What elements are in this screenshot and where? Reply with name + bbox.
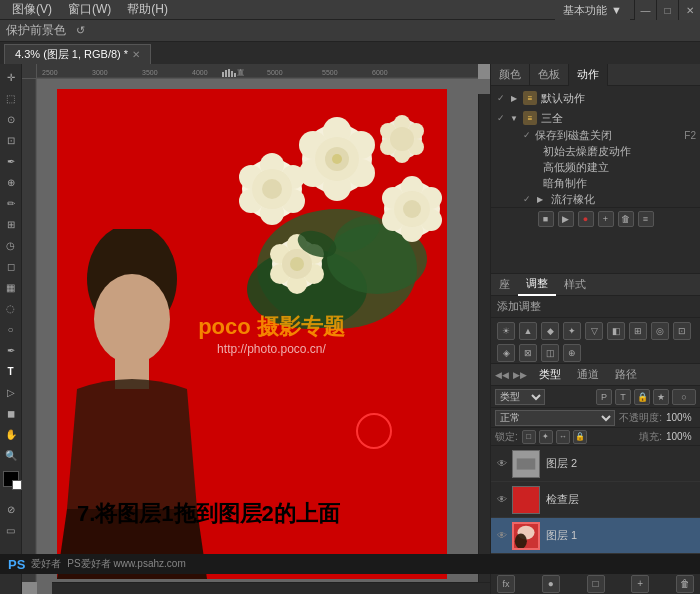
action-highlow[interactable]: ✓ 高低频的建立 [491, 159, 700, 175]
blur-tool[interactable]: ◌ [2, 299, 20, 317]
adj-vibrance-icon[interactable]: ▽ [585, 322, 603, 340]
canvas-image[interactable]: poco 摄影专题 http://photo.poco.cn/ 7.将图层1拖到… [37, 79, 490, 594]
lock-position-icon[interactable]: ↔ [556, 430, 570, 444]
adj-channelmix-icon[interactable]: ◈ [497, 344, 515, 362]
action-init-smooth[interactable]: ✓ 初始去燥磨皮动作 [491, 143, 700, 159]
quick-mask-tool[interactable]: ⊘ [2, 500, 20, 518]
stop-button[interactable]: ■ [538, 211, 554, 227]
horizontal-scrollbar[interactable] [52, 582, 490, 594]
refresh-icon[interactable]: ↺ [72, 23, 88, 39]
pen-tool[interactable]: ✒ [2, 341, 20, 359]
toolbar-protect-label: 保护前景色 [6, 22, 66, 39]
tab-current[interactable]: 4.3% (图层 1, RGB/8) * ✕ [4, 44, 151, 64]
zoom-tool[interactable]: 🔍 [2, 446, 20, 464]
vertical-scrollbar[interactable] [478, 94, 490, 582]
stamp-tool[interactable]: ⊞ [2, 215, 20, 233]
adj-hsl-icon[interactable]: ◧ [607, 322, 625, 340]
action-save-close[interactable]: ✓ 保存到磁盘关闭 F2 [491, 127, 700, 143]
add-mask-button[interactable]: ● [542, 575, 560, 593]
tab-styles[interactable]: 样式 [556, 274, 594, 296]
menu-image[interactable]: 图像(V) [4, 1, 60, 18]
action-group-sanquan-header[interactable]: ✓ ▼ ≡ 三全 [491, 109, 700, 127]
tab-swatches[interactable]: 色板 [530, 64, 569, 86]
lasso-tool[interactable]: ⊙ [2, 110, 20, 128]
action-vignette[interactable]: ✓ 暗角制作 [491, 175, 700, 191]
adj-levels-icon[interactable]: ▲ [519, 322, 537, 340]
background-color[interactable] [12, 480, 22, 490]
record-button[interactable]: ● [578, 211, 594, 227]
foreground-color[interactable] [3, 471, 19, 487]
action-group-default-header[interactable]: ✓ ▶ ≡ 默认动作 [491, 89, 700, 107]
eyedropper-tool[interactable]: ✒ [2, 152, 20, 170]
tab-layers-type[interactable]: 类型 [531, 364, 569, 386]
adj-curves-icon[interactable]: ◆ [541, 322, 559, 340]
layer-filter-btn3[interactable]: 🔒 [634, 389, 650, 405]
expand-icon[interactable]: ▶ [509, 93, 519, 103]
layer-item-layer2[interactable]: 👁 图层 2 [491, 446, 700, 482]
text-tool[interactable]: T [2, 362, 20, 380]
crop-tool[interactable]: ⊡ [2, 131, 20, 149]
tab-color[interactable]: 颜色 [491, 64, 530, 86]
opacity-label: 不透明度: [619, 411, 662, 425]
tab-workspace[interactable]: 座 [491, 274, 518, 296]
adj-invert-icon[interactable]: ◫ [541, 344, 559, 362]
menu-window[interactable]: 窗口(W) [60, 1, 119, 18]
layer-filter-toggle[interactable]: ○ [672, 389, 696, 405]
heal-tool[interactable]: ⊕ [2, 173, 20, 191]
layer-filter-btn1[interactable]: P [596, 389, 612, 405]
delete-layer-button[interactable]: 🗑 [676, 575, 694, 593]
screen-mode-tool[interactable]: ▭ [2, 521, 20, 539]
new-action-button[interactable]: + [598, 211, 614, 227]
basic-func-selector[interactable]: 基本功能 ▼ [555, 0, 630, 20]
adj-posterize-icon[interactable]: ⊕ [563, 344, 581, 362]
tab-adjustments[interactable]: 调整 [518, 274, 556, 296]
delete-action-button[interactable]: 🗑 [618, 211, 634, 227]
adj-photofilt-icon[interactable]: ⊡ [673, 322, 691, 340]
tab-actions[interactable]: 动作 [569, 64, 608, 86]
layer-item-check[interactable]: 👁 检查层 [491, 482, 700, 518]
adj-bw-icon[interactable]: ◎ [651, 322, 669, 340]
adj-exposure-icon[interactable]: ✦ [563, 322, 581, 340]
adj-brightness-icon[interactable]: ☀ [497, 322, 515, 340]
gradient-tool[interactable]: ▦ [2, 278, 20, 296]
layers-panel-tabs: ◀◀ ▶▶ 类型 通道 路径 [491, 364, 700, 386]
dodge-tool[interactable]: ○ [2, 320, 20, 338]
menu-help[interactable]: 帮助(H) [119, 1, 176, 18]
minimize-button[interactable]: — [634, 0, 656, 20]
lock-transparent-icon[interactable]: □ [522, 430, 536, 444]
tab-paths[interactable]: 路径 [607, 364, 645, 386]
menu-action-button[interactable]: ≡ [638, 211, 654, 227]
lock-pixel-icon[interactable]: ✦ [539, 430, 553, 444]
expand-icon-3[interactable]: ▶ [535, 194, 545, 204]
lock-label: 锁定: [495, 430, 518, 444]
lock-all-icon[interactable]: 🔒 [573, 430, 587, 444]
layer-visibility-icon-2[interactable]: 👁 [495, 457, 509, 471]
layer-type-select[interactable]: 类型 [495, 389, 545, 405]
layer-filter-btn4[interactable]: ★ [653, 389, 669, 405]
history-tool[interactable]: ◷ [2, 236, 20, 254]
layer-filter-btn2[interactable]: T [615, 389, 631, 405]
path-select-tool[interactable]: ▷ [2, 383, 20, 401]
tab-close-icon[interactable]: ✕ [132, 49, 140, 60]
hand-tool[interactable]: ✋ [2, 425, 20, 443]
eraser-tool[interactable]: ◻ [2, 257, 20, 275]
blend-mode-select[interactable]: 正常 [495, 410, 615, 426]
layer-visibility-icon-1[interactable]: 👁 [495, 529, 509, 543]
add-fx-button[interactable]: fx [497, 575, 515, 593]
expand-icon-2[interactable]: ▼ [509, 113, 519, 123]
tab-channels[interactable]: 通道 [569, 364, 607, 386]
close-button[interactable]: ✕ [678, 0, 700, 20]
shape-tool[interactable]: ◼ [2, 404, 20, 422]
layer-visibility-icon-check[interactable]: 👁 [495, 493, 509, 507]
action-liuxing[interactable]: ✓ ▶ 流行橡化 [491, 191, 700, 207]
adj-colorlookup-icon[interactable]: ⊠ [519, 344, 537, 362]
layer-item-layer1[interactable]: 👁 图层 1 [491, 518, 700, 554]
create-layer-button[interactable]: + [631, 575, 649, 593]
maximize-button[interactable]: □ [656, 0, 678, 20]
play-button[interactable]: ▶ [558, 211, 574, 227]
select-tool[interactable]: ⬚ [2, 89, 20, 107]
create-group-button[interactable]: □ [587, 575, 605, 593]
move-tool[interactable]: ✛ [2, 68, 20, 86]
adj-colorbalance-icon[interactable]: ⊞ [629, 322, 647, 340]
brush-tool[interactable]: ✏ [2, 194, 20, 212]
